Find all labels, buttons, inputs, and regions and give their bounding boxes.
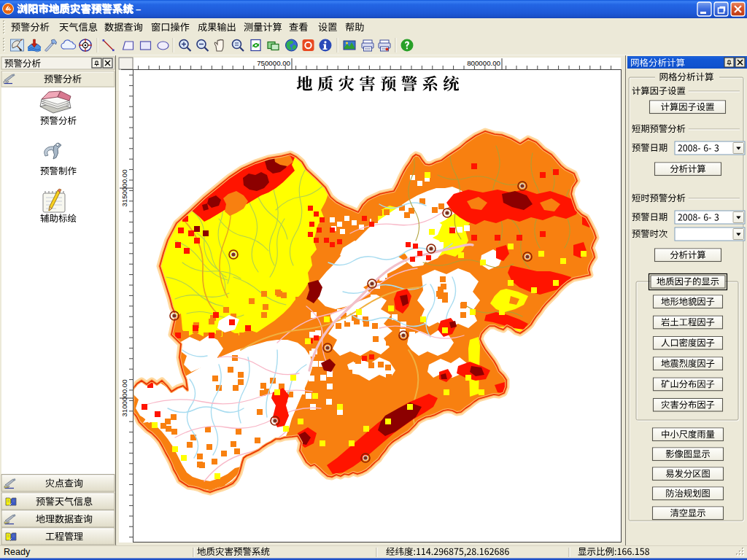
svg-text:3150000.00: 3150000.00 [120,169,128,207]
svg-text:–: – [136,4,141,15]
svg-text:Ready: Ready [4,547,31,557]
svg-text:750000.00: 750000.00 [257,59,290,67]
svg-text:3100000.00: 3100000.00 [120,379,128,417]
svg-text:800000.00: 800000.00 [467,59,500,67]
